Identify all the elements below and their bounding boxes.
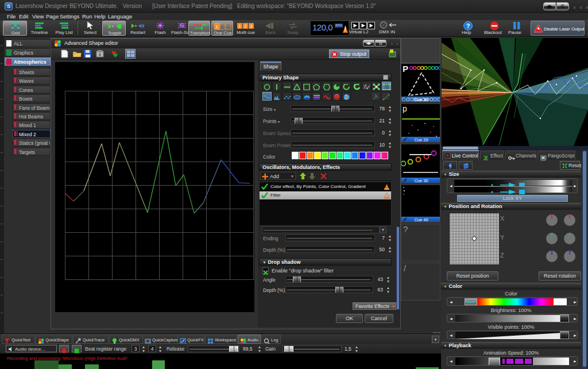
svg-text:3: 3 bbox=[250, 24, 253, 29]
svg-text:?: ? bbox=[466, 22, 470, 29]
svg-text:S: S bbox=[180, 22, 184, 29]
svg-text:2: 2 bbox=[244, 24, 247, 29]
svg-text:1: 1 bbox=[215, 24, 218, 29]
svg-text:1: 1 bbox=[238, 24, 241, 29]
